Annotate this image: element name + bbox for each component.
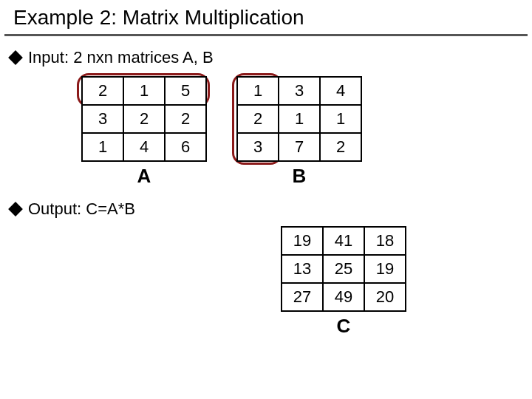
diamond-icon bbox=[8, 202, 23, 216]
table-row: 1 3 4 bbox=[237, 77, 361, 105]
input-bullet: Input: 2 nxn matrices A, B bbox=[0, 47, 532, 69]
cell: 4 bbox=[123, 133, 165, 161]
cell: 3 bbox=[82, 105, 123, 133]
table-row: 3 2 2 bbox=[82, 105, 206, 133]
cell: 19 bbox=[282, 227, 323, 255]
table-row: 2 1 5 bbox=[82, 77, 206, 105]
cell: 1 bbox=[237, 77, 279, 105]
cell: 25 bbox=[323, 255, 364, 283]
matrix-c-label: C bbox=[337, 315, 351, 338]
cell: 3 bbox=[279, 77, 320, 105]
cell: 7 bbox=[279, 133, 320, 161]
matrix-c: 19 41 18 13 25 19 27 49 20 bbox=[281, 226, 406, 312]
cell: 18 bbox=[364, 227, 406, 255]
matrix-c-block: 19 41 18 13 25 19 27 49 20 C bbox=[0, 226, 532, 338]
cell: 1 bbox=[123, 77, 165, 105]
cell: 1 bbox=[279, 105, 320, 133]
cell: 41 bbox=[323, 227, 364, 255]
matrix-b-label: B bbox=[293, 165, 307, 188]
input-text: Input: 2 nxn matrices A, B bbox=[28, 48, 214, 67]
cell: 4 bbox=[320, 77, 361, 105]
matrix-a-block: 2 1 5 3 2 2 1 4 6 A bbox=[81, 76, 207, 188]
table-row: 27 49 20 bbox=[282, 283, 406, 311]
cell: 2 bbox=[165, 105, 206, 133]
cell: 13 bbox=[282, 255, 323, 283]
output-bullet: Output: C=A*B bbox=[0, 198, 532, 220]
cell: 2 bbox=[82, 77, 123, 105]
table-row: 3 7 2 bbox=[237, 133, 361, 161]
table-row: 13 25 19 bbox=[282, 255, 406, 283]
cell: 1 bbox=[320, 105, 361, 133]
table-row: 19 41 18 bbox=[282, 227, 406, 255]
cell: 1 bbox=[82, 133, 123, 161]
cell: 20 bbox=[364, 283, 406, 311]
cell: 6 bbox=[165, 133, 206, 161]
matrix-a-label: A bbox=[137, 165, 151, 188]
matrix-b-block: 1 3 4 2 1 1 3 7 2 B bbox=[236, 76, 362, 188]
table-row: 1 4 6 bbox=[82, 133, 206, 161]
cell: 2 bbox=[320, 133, 361, 161]
cell: 27 bbox=[282, 283, 323, 311]
slide-title: Example 2: Matrix Multiplication bbox=[4, 0, 528, 36]
cell: 2 bbox=[237, 105, 279, 133]
output-text: Output: C=A*B bbox=[28, 200, 135, 219]
matrix-a: 2 1 5 3 2 2 1 4 6 bbox=[81, 76, 207, 162]
cell: 49 bbox=[323, 283, 364, 311]
cell: 5 bbox=[165, 77, 206, 105]
table-row: 2 1 1 bbox=[237, 105, 361, 133]
diamond-icon bbox=[8, 50, 23, 65]
cell: 19 bbox=[364, 255, 406, 283]
top-matrices: 2 1 5 3 2 2 1 4 6 A 1 3 4 bbox=[0, 69, 532, 188]
cell: 3 bbox=[237, 133, 279, 161]
cell: 2 bbox=[123, 105, 165, 133]
matrix-b: 1 3 4 2 1 1 3 7 2 bbox=[236, 76, 362, 162]
